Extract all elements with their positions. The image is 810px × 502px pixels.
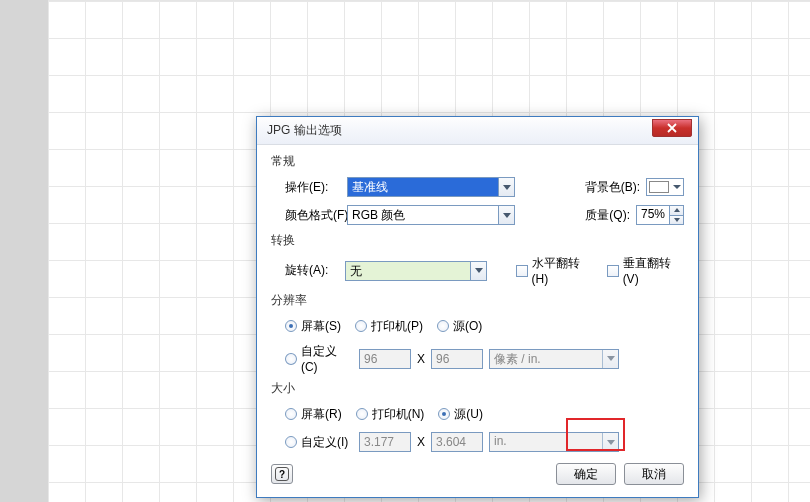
cancel-button[interactable]: 取消 (624, 463, 684, 485)
size-printer-radio[interactable]: 打印机(N) (356, 406, 425, 423)
rotate-label: 旋转(A): (271, 262, 345, 279)
spinner-down-icon[interactable] (670, 216, 683, 225)
help-button[interactable]: ? (271, 464, 293, 484)
rotate-combo[interactable]: 无 (345, 261, 487, 281)
res-unit-value: 像素 / in. (490, 350, 602, 368)
help-icon: ? (275, 467, 289, 481)
colorformat-value: RGB 颜色 (348, 206, 498, 224)
chevron-down-icon (498, 206, 514, 224)
operation-value: 基准线 (348, 178, 498, 196)
ok-button[interactable]: 确定 (556, 463, 616, 485)
checkbox-icon (607, 265, 619, 277)
size-y-input[interactable] (431, 432, 483, 452)
hflip-label: 水平翻转(H) (532, 255, 594, 286)
checkbox-icon (516, 265, 528, 277)
res-screen-radio[interactable]: 屏幕(S) (285, 318, 341, 335)
chevron-down-icon (602, 350, 618, 368)
close-button[interactable] (652, 119, 692, 137)
res-y-input[interactable] (431, 349, 483, 369)
chevron-down-icon (470, 262, 486, 280)
res-custom-radio[interactable]: 自定义(C) (285, 343, 353, 374)
vflip-checkbox[interactable]: 垂直翻转(V) (607, 255, 684, 286)
bgcolor-swatch (649, 181, 669, 193)
legend-transform: 转换 (271, 232, 684, 249)
res-source-radio[interactable]: 源(O) (437, 318, 482, 335)
size-x-input[interactable] (359, 432, 411, 452)
quality-spinner[interactable]: 75% (636, 205, 684, 225)
size-screen-radio[interactable]: 屏幕(R) (285, 406, 342, 423)
dialog-title: JPG 输出选项 (267, 122, 342, 139)
close-icon (667, 123, 677, 133)
spinner-arrows[interactable] (669, 206, 683, 224)
spinner-up-icon[interactable] (670, 206, 683, 216)
operation-combo[interactable]: 基准线 (347, 177, 515, 197)
colorformat-label: 颜色格式(F): (271, 207, 347, 224)
colorformat-combo[interactable]: RGB 颜色 (347, 205, 515, 225)
rotate-value: 无 (346, 262, 470, 280)
operation-label: 操作(E): (271, 179, 347, 196)
dialog-content: 常规 操作(E): 基准线 背景色(B): 颜色格式(F): RGB 颜色 (257, 145, 698, 497)
bgcolor-picker[interactable] (646, 178, 684, 196)
group-general: 常规 操作(E): 基准线 背景色(B): 颜色格式(F): RGB 颜色 (271, 153, 684, 226)
quality-value: 75% (637, 206, 669, 224)
quality-label: 质量(Q): (585, 207, 630, 224)
x-separator: X (417, 435, 425, 449)
ruler-margin (0, 0, 48, 502)
res-x-input[interactable] (359, 349, 411, 369)
legend-size: 大小 (271, 380, 684, 397)
size-custom-radio[interactable]: 自定义(I) (285, 434, 353, 451)
hflip-checkbox[interactable]: 水平翻转(H) (516, 255, 594, 286)
legend-resolution: 分辨率 (271, 292, 684, 309)
dialog-titlebar[interactable]: JPG 输出选项 (257, 117, 698, 145)
group-resolution: 分辨率 屏幕(S) 打印机(P) 源(O) 自定义(C) X 像素 / in. (271, 292, 684, 374)
ok-highlight-annotation (566, 418, 625, 451)
jpg-output-options-dialog: JPG 输出选项 常规 操作(E): 基准线 背景色(B): (256, 116, 699, 498)
res-printer-radio[interactable]: 打印机(P) (355, 318, 423, 335)
chevron-down-icon (498, 178, 514, 196)
chevron-down-icon (671, 179, 683, 195)
vflip-label: 垂直翻转(V) (623, 255, 684, 286)
res-unit-combo[interactable]: 像素 / in. (489, 349, 619, 369)
x-separator: X (417, 352, 425, 366)
bgcolor-label: 背景色(B): (585, 179, 640, 196)
group-transform: 转换 旋转(A): 无 水平翻转(H) 垂直翻转(V) (271, 232, 684, 286)
dialog-buttons: ? 确定 取消 (271, 463, 684, 485)
size-source-radio[interactable]: 源(U) (438, 406, 483, 423)
legend-general: 常规 (271, 153, 684, 170)
